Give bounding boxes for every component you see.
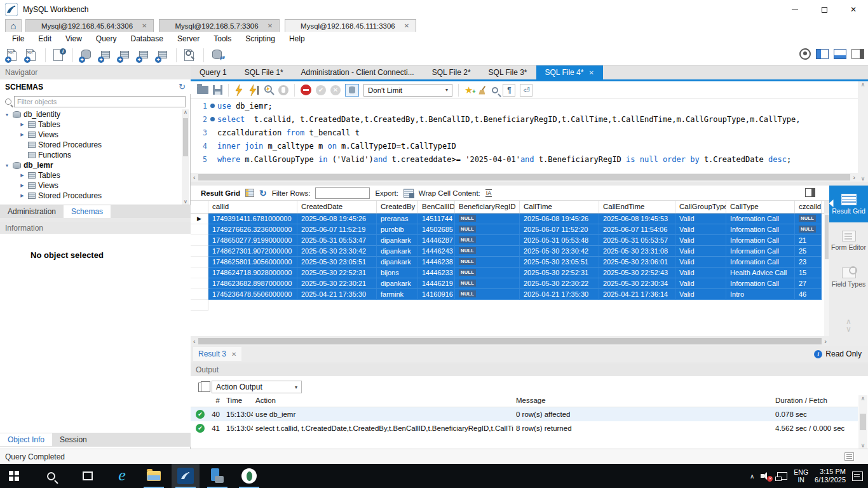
editor-tab[interactable]: SQL File 1* ✕ (236, 65, 292, 79)
cell-CallEndTime[interactable]: 2025-06-08 19:45:53 (599, 214, 675, 224)
schema-child-node[interactable]: ▶ Views (0, 180, 191, 191)
stop-on-error-icon[interactable] (301, 85, 311, 95)
cell-CreatedDate[interactable]: 2025-05-31 05:53:47 (297, 235, 377, 246)
cell-BenCallID[interactable]: 14511744 (418, 214, 455, 224)
create-view-icon[interactable]: + (117, 48, 132, 63)
cell-callid[interactable]: 1748627301.9072000000 (208, 246, 297, 257)
taskbar-mysql-workbench[interactable] (172, 464, 200, 488)
menu-item-database[interactable]: Database (124, 32, 170, 46)
menu-item-file[interactable]: File (5, 32, 31, 46)
cell-CallTime[interactable]: 2025-06-08 19:45:26 (520, 214, 599, 224)
cell-CreatedDate[interactable]: 2025-05-30 22:30:21 (297, 278, 377, 289)
cell-BenCallID[interactable]: 14446238 (418, 257, 455, 268)
cell-czcalldura[interactable]: 25 (795, 246, 822, 257)
schema-filter-input[interactable] (14, 96, 186, 107)
schema-child-node[interactable]: ▶ Tables (0, 119, 191, 130)
expand-icon[interactable]: ▶ (19, 183, 25, 188)
column-header-CreatedBy[interactable]: CreatedBy (377, 201, 418, 213)
expand-icon[interactable]: ▶ (19, 132, 25, 137)
export-icon[interactable] (403, 189, 414, 198)
column-header-CallTime[interactable]: CallTime (520, 201, 599, 213)
column-header-CallType[interactable]: CallType (726, 201, 795, 213)
cell-CreatedBy[interactable]: dipankark (377, 235, 418, 246)
taskbar-app-blue[interactable] (203, 464, 231, 488)
grid-panel-toggle-icon[interactable] (805, 188, 815, 197)
cell-callid[interactable]: 1748625801.9056000000 (208, 257, 297, 268)
execute-script-icon[interactable] (234, 85, 245, 96)
schema-child-node[interactable]: ▶ Tables (0, 170, 191, 180)
row-marker[interactable] (191, 224, 208, 235)
cell-CallGroupType[interactable]: Valid (675, 224, 726, 235)
result-grid[interactable]: callidCreatedDateCreatedByBenCallIDBenef… (191, 201, 824, 336)
start-button[interactable] (0, 464, 28, 488)
create-table-icon[interactable]: + (98, 48, 113, 63)
cell-CreatedDate[interactable]: 2025-06-08 19:45:26 (297, 214, 377, 224)
task-view-button[interactable] (74, 464, 102, 488)
cell-czcalldura[interactable]: NULL (795, 214, 822, 224)
cell-CallGroupType[interactable]: Valid (675, 214, 726, 224)
panel-list-icon[interactable] (844, 452, 854, 461)
connection-tab[interactable]: Mysql@192.168.45.111:3306 ✕ (285, 19, 416, 32)
cell-CallEndTime[interactable]: 2025-05-30 22:30:34 (599, 278, 675, 289)
side-panel-chevrons[interactable]: ∧ ∨ (829, 318, 868, 333)
refresh-schemas-icon[interactable]: ↻ (179, 82, 186, 92)
column-header-BenCallID[interactable]: BenCallID (418, 201, 455, 213)
column-header-CallGroupType[interactable]: CallGroupType (675, 201, 726, 213)
taskbar-internet-explorer[interactable]: e (108, 464, 136, 488)
close-button[interactable]: ✕ (839, 0, 868, 19)
explain-plan-icon[interactable] (264, 85, 274, 96)
menu-item-server[interactable]: Server (170, 32, 207, 46)
taskbar-app-round[interactable] (235, 464, 263, 488)
row-marker[interactable]: ▶ (191, 214, 208, 224)
expand-icon[interactable]: ▶ (19, 193, 25, 198)
cell-BenCallID[interactable]: 14502685 (418, 224, 455, 235)
hidden-icons-chevron[interactable]: ∧ (750, 473, 754, 480)
schema-child-node[interactable]: ▶ Views (0, 130, 191, 140)
reconnect-dbms-icon[interactable]: ⇄ (210, 48, 225, 63)
table-row[interactable]: 1748650277.91990000002025-05-31 05:53:47… (191, 235, 824, 246)
execute-statement-icon[interactable] (249, 85, 259, 96)
cell-czcalldura[interactable]: 27 (795, 278, 822, 289)
cell-CallTime[interactable]: 2025-06-07 11:52:20 (520, 224, 599, 235)
cell-CallTime[interactable]: 2025-05-31 05:53:48 (520, 235, 599, 246)
schema-child-node[interactable]: Functions (0, 150, 191, 160)
row-marker[interactable] (191, 289, 208, 300)
save-snippet-icon[interactable]: ★ (465, 86, 473, 95)
create-schema-icon[interactable]: + (79, 48, 94, 63)
toggle-left-sidebar-icon[interactable] (816, 49, 829, 59)
language-indicator[interactable]: ENG IN (794, 468, 808, 484)
cell-CreatedBy[interactable]: preranas (377, 214, 418, 224)
cell-CallGroupType[interactable]: Valid (675, 235, 726, 246)
search-table-data-icon[interactable] (182, 48, 198, 63)
cell-callid[interactable]: 1748624718.9028000000 (208, 268, 297, 278)
menu-item-help[interactable]: Help (282, 32, 312, 46)
refresh-grid-icon[interactable]: ↻ (259, 188, 267, 198)
row-marker[interactable] (191, 278, 208, 289)
expand-icon[interactable]: ▼ (4, 112, 10, 117)
grid-view-icon[interactable] (245, 189, 254, 197)
table-row[interactable]: 1748624718.90280000002025-05-30 22:52:31… (191, 268, 824, 278)
cell-CallTime[interactable]: 2025-05-30 23:05:51 (520, 257, 599, 268)
cell-CreatedDate[interactable]: 2025-04-21 17:35:30 (297, 289, 377, 300)
toggle-autocommit-icon[interactable] (345, 84, 359, 97)
cell-BeneficiaryRegID[interactable]: NULL (455, 289, 520, 300)
table-row[interactable]: 1749276626.32360000002025-06-07 11:52:19… (191, 224, 824, 235)
minimize-button[interactable] (780, 0, 810, 19)
network-icon[interactable] (777, 472, 787, 480)
maximize-button[interactable] (810, 0, 839, 19)
sql-editor[interactable]: 1 use db_iemr; 2 select t.callid, t.Crea… (191, 99, 858, 173)
menu-item-tools[interactable]: Tools (207, 32, 238, 46)
cell-BeneficiaryRegID[interactable]: NULL (455, 246, 520, 257)
cell-CreatedBy[interactable]: purobib (377, 224, 418, 235)
column-header-callid[interactable]: callid (208, 201, 297, 213)
grid-horizontal-scrollbar[interactable]: ‹ › (191, 336, 829, 346)
connection-tab[interactable]: Mysql@192.168.5.7:3306 ✕ (159, 19, 280, 32)
row-marker[interactable] (191, 257, 208, 268)
side-panel-field-types[interactable]: Field Types (829, 259, 868, 296)
expand-icon[interactable]: ▶ (19, 173, 25, 178)
cell-BenCallID[interactable]: 14160916 (418, 289, 455, 300)
column-header-CreatedDate[interactable]: CreatedDate (297, 201, 377, 213)
show-invisibles-icon[interactable]: ¶ (503, 84, 515, 97)
cell-CallTime[interactable]: 2025-05-30 23:30:42 (520, 246, 599, 257)
tab-session[interactable]: Session (52, 433, 95, 446)
